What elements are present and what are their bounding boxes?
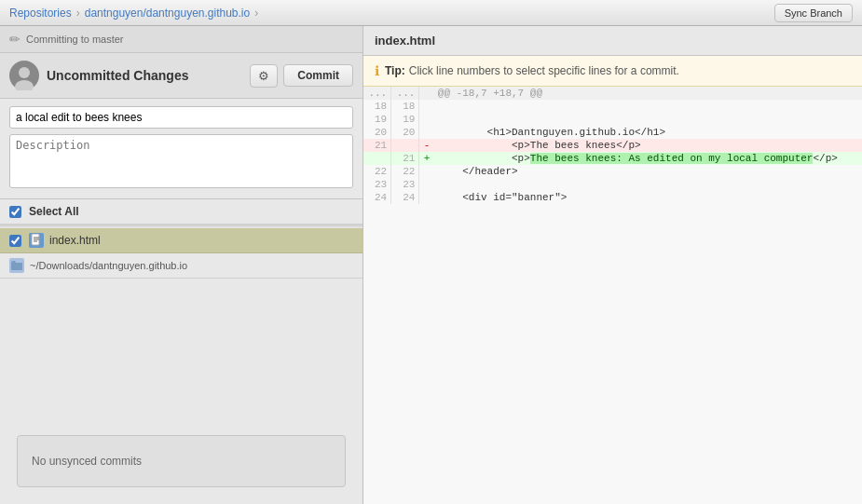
pencil-icon: ✏ xyxy=(9,32,21,47)
table-row: 22 22 </header> xyxy=(363,165,862,178)
select-all-row[interactable]: Select All xyxy=(0,199,363,225)
table-row: 21 - <p>The bees knees</p> xyxy=(363,139,862,152)
table-row: 23 23 xyxy=(363,178,862,191)
folder-icon xyxy=(9,258,24,273)
table-row: 19 19 xyxy=(363,113,862,126)
diff-marker xyxy=(419,126,434,139)
diff-area: ... ... @@ -18,7 +18,7 @@ 18 18 19 xyxy=(363,87,862,504)
committing-label: Committing to master xyxy=(26,34,124,45)
diff-marker xyxy=(419,165,434,178)
left-panel: ✏ Committing to master Uncommitted Chang… xyxy=(0,26,363,504)
line-num-old[interactable]: 24 xyxy=(363,191,391,204)
tip-bold-label: Tip: xyxy=(385,64,405,77)
tip-bar: ℹ Tip: Click line numbers to select spec… xyxy=(363,56,862,87)
commit-summary-input[interactable] xyxy=(9,106,353,129)
folder-row: ~/Downloads/dantnguyen.github.io xyxy=(0,253,363,279)
file-icon xyxy=(29,233,44,248)
files-section: Select All index.html xyxy=(0,199,363,418)
diff-header-row: ... ... @@ -18,7 +18,7 @@ xyxy=(363,87,862,100)
no-unsynced-section: No unsynced commits xyxy=(0,418,363,504)
svg-point-1 xyxy=(19,67,30,78)
line-content xyxy=(434,113,862,126)
line-content xyxy=(434,100,862,113)
table-row: 24 24 <div id="banner"> xyxy=(363,191,862,204)
info-icon: ℹ xyxy=(375,63,379,78)
no-unsynced-box: No unsynced commits xyxy=(17,435,346,487)
line-num-new[interactable]: 20 xyxy=(391,126,419,139)
diff-marker xyxy=(419,113,434,126)
uncommitted-header: Uncommitted Changes ⚙ Commit xyxy=(0,53,363,99)
diff-marker xyxy=(419,100,434,113)
uncommitted-title: Uncommitted Changes xyxy=(47,68,250,83)
breadcrumb: Repositories › dantnguyen/dantnguyen.git… xyxy=(9,7,263,20)
added-highlight: The bees knees: As edited on my local co… xyxy=(530,153,814,164)
line-num-old[interactable]: 18 xyxy=(363,100,391,113)
line-content xyxy=(434,178,862,191)
line-content: <div id="banner"> xyxy=(434,191,862,204)
line-num-new[interactable]: 24 xyxy=(391,191,419,204)
line-content: </header> xyxy=(434,165,862,178)
select-all-checkbox[interactable] xyxy=(9,206,21,218)
line-num-old[interactable]: 20 xyxy=(363,126,391,139)
diff-marker-header xyxy=(419,87,434,100)
file-name: index.html xyxy=(49,234,101,247)
line-num-old[interactable]: 19 xyxy=(363,113,391,126)
line-content-added: <p>The bees knees: As edited on my local… xyxy=(434,152,862,165)
sync-branch-button[interactable]: Sync Branch xyxy=(774,4,853,22)
table-row: 20 20 <h1>Dantnguyen.github.io</h1> xyxy=(363,126,862,139)
line-content: <h1>Dantnguyen.github.io</h1> xyxy=(434,126,862,139)
file-tab-bar: index.html xyxy=(363,26,862,56)
top-bar: Repositories › dantnguyen/dantnguyen.git… xyxy=(0,0,862,26)
repositories-link[interactable]: Repositories xyxy=(9,7,72,20)
line-num-new[interactable]: 23 xyxy=(391,178,419,191)
breadcrumb-sep1: › xyxy=(76,7,80,20)
tip-text: Click line numbers to select specific li… xyxy=(409,64,679,77)
main-layout: ✏ Committing to master Uncommitted Chang… xyxy=(0,26,862,504)
diff-marker xyxy=(419,191,434,204)
diff-marker-added: + xyxy=(419,152,434,165)
select-all-label: Select All xyxy=(29,205,79,218)
line-num-old[interactable]: 21 xyxy=(363,139,391,152)
line-num-new[interactable] xyxy=(391,139,419,152)
file-row[interactable]: index.html xyxy=(0,228,363,253)
breadcrumb-sep2: › xyxy=(254,7,258,20)
line-num-old[interactable]: 22 xyxy=(363,165,391,178)
line-num-new[interactable]: 18 xyxy=(391,100,419,113)
line-num-new[interactable]: 22 xyxy=(391,165,419,178)
line-num-new[interactable]: 21 xyxy=(391,152,419,165)
right-panel: index.html ℹ Tip: Click line numbers to … xyxy=(363,26,862,504)
table-row: 18 18 xyxy=(363,100,862,113)
line-num-old[interactable]: 23 xyxy=(363,178,391,191)
repo-name-link[interactable]: dantnguyen/dantnguyen.github.io xyxy=(85,7,251,20)
diff-marker xyxy=(419,178,434,191)
line-num-old-header[interactable]: ... xyxy=(363,87,391,100)
committing-bar: ✏ Committing to master xyxy=(0,26,363,53)
repo-avatar xyxy=(9,61,39,90)
commit-description-input[interactable] xyxy=(9,134,353,188)
settings-button[interactable]: ⚙ xyxy=(250,64,278,88)
no-unsynced-text: No unsynced commits xyxy=(32,455,142,468)
line-num-new[interactable]: 19 xyxy=(391,113,419,126)
file-checkbox[interactable] xyxy=(9,235,21,247)
line-num-new-header[interactable]: ... xyxy=(391,87,419,100)
diff-table: ... ... @@ -18,7 +18,7 @@ 18 18 19 xyxy=(363,87,862,204)
settings-icon: ⚙ xyxy=(258,69,269,83)
table-row: 21 + <p>The bees knees: As edited on my … xyxy=(363,152,862,165)
commit-form xyxy=(0,99,363,199)
folder-path: ~/Downloads/dantnguyen.github.io xyxy=(30,260,187,271)
diff-header-content: @@ -18,7 +18,7 @@ xyxy=(434,87,862,100)
file-tab-label: index.html xyxy=(375,34,435,48)
diff-marker-removed: - xyxy=(419,139,434,152)
commit-button[interactable]: Commit xyxy=(283,64,353,87)
line-num-old[interactable] xyxy=(363,152,391,165)
line-content-removed: <p>The bees knees</p> xyxy=(434,139,862,152)
